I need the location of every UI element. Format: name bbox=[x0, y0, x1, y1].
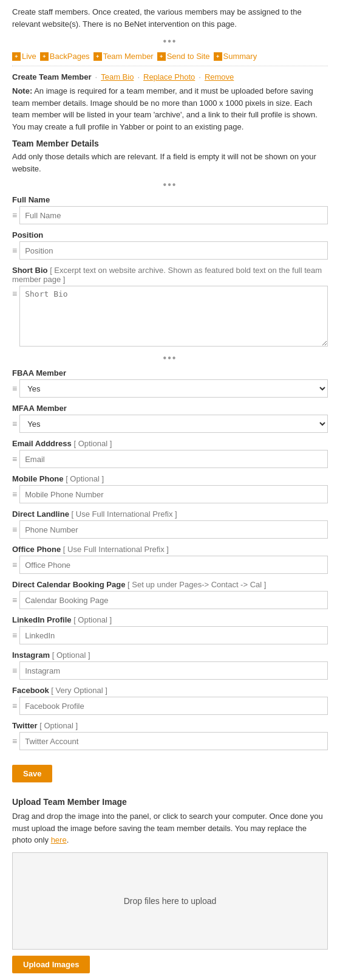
office-phone-label: Office Phone [ Use Full International Pr… bbox=[12, 545, 328, 554]
short-bio-optional: [ Excerpt text on website archive. Shown… bbox=[12, 266, 322, 284]
instagram-group: Instagram [ Optional ] ≡ bbox=[12, 650, 328, 680]
short-bio-drag-handle[interactable]: ≡ bbox=[12, 289, 17, 298]
calendar-booking-group: Direct Calendar Booking Page [ Set up un… bbox=[12, 580, 328, 609]
email-drag-handle[interactable]: ≡ bbox=[12, 454, 17, 464]
direct-landline-group: Direct Landline [ Use Full International… bbox=[12, 509, 328, 539]
upload-text: Drag and drop the image into the panel, … bbox=[12, 810, 328, 846]
twitter-label: Twitter [ Optional ] bbox=[12, 721, 328, 730]
short-bio-group: Short Bio [ Excerpt text on website arch… bbox=[12, 266, 328, 347]
linkedin-input[interactable] bbox=[19, 626, 328, 644]
note-label: Note: bbox=[12, 86, 32, 95]
mobile-phone-input[interactable] bbox=[19, 485, 328, 503]
nav-live-label: Live bbox=[22, 52, 36, 61]
drop-zone-text: Drop files here to upload bbox=[124, 896, 217, 906]
team-details-sub: Add only those details which are relevan… bbox=[12, 151, 328, 174]
facebook-group: Facebook [ Very Optional ] ≡ bbox=[12, 686, 328, 715]
save-button[interactable]: Save bbox=[12, 765, 52, 782]
office-phone-input[interactable] bbox=[19, 556, 328, 574]
office-phone-group: Office Phone [ Use Full International Pr… bbox=[12, 545, 328, 574]
note-box: Note: An image is required for a team me… bbox=[12, 85, 328, 133]
full-name-input[interactable] bbox=[19, 206, 328, 224]
mobile-phone-group: Mobile Phone [ Optional ] ≡ bbox=[12, 474, 328, 503]
mobile-phone-label: Mobile Phone [ Optional ] bbox=[12, 474, 328, 483]
linkedin-drag-handle[interactable]: ≡ bbox=[12, 630, 17, 640]
mobile-phone-drag-handle[interactable]: ≡ bbox=[12, 489, 17, 499]
short-bio-label: Short Bio [ Excerpt text on website arch… bbox=[12, 266, 328, 284]
intro-text: Create staff members. Once created, the … bbox=[12, 6, 328, 30]
breadcrumb-replace-photo[interactable]: Replace Photo bbox=[143, 72, 195, 81]
dots-separator-3: ••• bbox=[12, 353, 328, 364]
breadcrumb-main: Create Team Member bbox=[12, 72, 92, 81]
upload-title: Upload Team Member Image bbox=[12, 797, 328, 807]
direct-landline-input[interactable] bbox=[19, 520, 328, 539]
nav-send-to-site-label: Send to Site bbox=[167, 52, 210, 61]
direct-landline-label: Direct Landline [ Use Full International… bbox=[12, 509, 328, 519]
twitter-input[interactable] bbox=[19, 732, 328, 750]
nav-send-to-site[interactable]: + Send to Site bbox=[157, 52, 210, 61]
calendar-booking-drag-handle[interactable]: ≡ bbox=[12, 595, 17, 605]
nav-team-member-icon: + bbox=[93, 52, 102, 61]
full-name-group: Full Name ≡ bbox=[12, 195, 328, 224]
facebook-drag-handle[interactable]: ≡ bbox=[12, 701, 17, 711]
mfaa-drag-handle[interactable]: ≡ bbox=[12, 419, 17, 429]
drop-zone[interactable]: Drop files here to upload bbox=[12, 852, 328, 950]
position-label: Position bbox=[12, 230, 328, 240]
direct-landline-drag-handle[interactable]: ≡ bbox=[12, 525, 17, 534]
full-name-label: Full Name bbox=[12, 195, 328, 204]
fbaa-drag-handle[interactable]: ≡ bbox=[12, 384, 17, 393]
mfaa-member-select[interactable]: Yes No bbox=[19, 415, 328, 433]
fbaa-member-label: FBAA Member bbox=[12, 368, 328, 378]
nav-team-member-label: Team Member bbox=[103, 52, 154, 61]
nav-live-icon: + bbox=[12, 52, 21, 61]
upload-here-link[interactable]: here bbox=[51, 835, 67, 844]
position-group: Position ≡ bbox=[12, 230, 328, 260]
breadcrumb-team-bio[interactable]: Team Bio bbox=[101, 72, 134, 81]
mfaa-member-label: MFAA Member bbox=[12, 404, 328, 413]
instagram-label: Instagram [ Optional ] bbox=[12, 650, 328, 660]
linkedin-group: LinkedIn Profile [ Optional ] ≡ bbox=[12, 615, 328, 644]
breadcrumb: Create Team Member · Team Bio · Replace … bbox=[12, 72, 328, 81]
facebook-label: Facebook [ Very Optional ] bbox=[12, 686, 328, 695]
dots-separator: ••• bbox=[12, 36, 328, 47]
email-group: Email Adddress [ Optional ] ≡ bbox=[12, 439, 328, 468]
fbaa-member-group: FBAA Member ≡ Yes No bbox=[12, 368, 328, 398]
email-input[interactable] bbox=[19, 450, 328, 468]
calendar-booking-input[interactable] bbox=[19, 591, 328, 609]
nav-bar: + Live + BackPages + Team Member + Send … bbox=[12, 52, 328, 61]
nav-summary-icon: + bbox=[214, 52, 222, 61]
nav-live[interactable]: + Live bbox=[12, 52, 36, 61]
nav-backpages-icon: + bbox=[40, 52, 49, 61]
instagram-input[interactable] bbox=[19, 661, 328, 680]
mfaa-member-group: MFAA Member ≡ Yes No bbox=[12, 404, 328, 433]
office-phone-drag-handle[interactable]: ≡ bbox=[12, 560, 17, 570]
nav-send-to-site-icon: + bbox=[157, 52, 166, 61]
full-name-drag-handle[interactable]: ≡ bbox=[12, 210, 17, 220]
team-member-details-title: Team Member Details bbox=[12, 139, 328, 148]
calendar-booking-label: Direct Calendar Booking Page [ Set up un… bbox=[12, 580, 328, 589]
upload-images-button[interactable]: Upload Images bbox=[12, 956, 90, 973]
email-label: Email Adddress [ Optional ] bbox=[12, 439, 328, 448]
fbaa-member-select[interactable]: Yes No bbox=[19, 379, 328, 398]
email-optional: [ Optional ] bbox=[73, 439, 112, 448]
dots-separator-2: ••• bbox=[12, 179, 328, 190]
nav-summary-label: Summary bbox=[223, 52, 257, 61]
nav-divider bbox=[12, 66, 328, 66]
instagram-drag-handle[interactable]: ≡ bbox=[12, 666, 17, 675]
short-bio-input[interactable] bbox=[19, 286, 328, 347]
nav-backpages[interactable]: + BackPages bbox=[40, 52, 90, 61]
note-text: An image is required for a team member, … bbox=[12, 86, 318, 131]
twitter-group: Twitter [ Optional ] ≡ bbox=[12, 721, 328, 750]
nav-summary[interactable]: + Summary bbox=[214, 52, 257, 61]
position-drag-handle[interactable]: ≡ bbox=[12, 246, 17, 255]
facebook-input[interactable] bbox=[19, 697, 328, 715]
linkedin-label: LinkedIn Profile [ Optional ] bbox=[12, 615, 328, 624]
position-input[interactable] bbox=[19, 241, 328, 260]
nav-backpages-label: BackPages bbox=[50, 52, 90, 61]
nav-team-member[interactable]: + Team Member bbox=[93, 52, 154, 61]
twitter-drag-handle[interactable]: ≡ bbox=[12, 736, 17, 746]
breadcrumb-remove[interactable]: Remove bbox=[205, 72, 234, 81]
